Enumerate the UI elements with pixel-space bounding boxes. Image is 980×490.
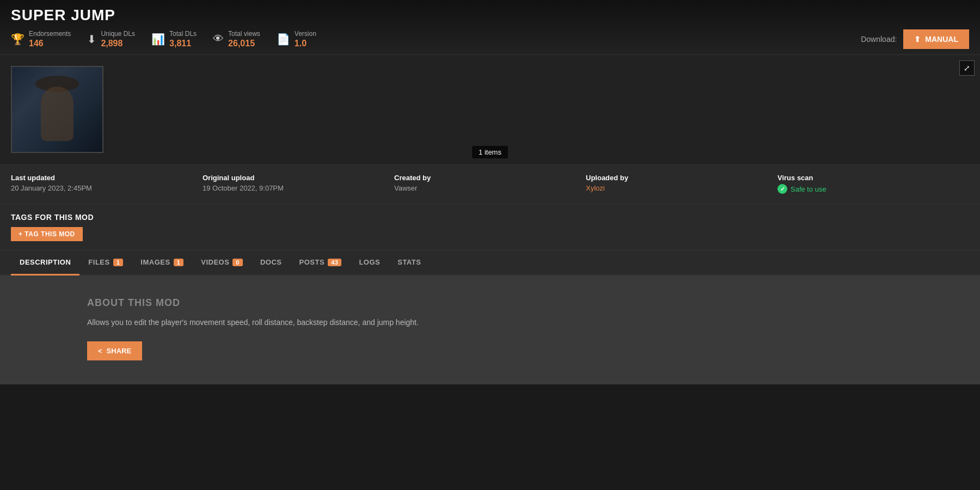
stats-bar: 🏆 Endorsements 146 ⬇ Unique DLs 2,898 📊 …	[11, 29, 969, 49]
tags-section: TAGS FOR THIS MOD + TAG THIS MOD	[0, 204, 980, 250]
total-dls-value: 3,811	[169, 38, 197, 48]
share-button[interactable]: < SHARE	[87, 341, 142, 360]
last-updated-value: 20 January 2023, 2:45PM	[11, 184, 192, 192]
tab-posts[interactable]: POSTS 43	[291, 250, 351, 275]
download-label: Download:	[861, 35, 897, 44]
uploaded-by-col: Uploaded by Xylozi	[586, 174, 777, 194]
gallery-thumbnail[interactable]	[11, 66, 103, 153]
tab-posts-label: POSTS	[299, 258, 325, 266]
expand-button[interactable]: ⤢	[959, 60, 975, 76]
meta-section: Last updated 20 January 2023, 2:45PM Ori…	[0, 164, 980, 204]
unique-dls-stat: ⬇ Unique DLs 2,898	[87, 30, 135, 48]
tab-videos-label: VIDEOS	[201, 258, 229, 266]
document-icon: 📄	[277, 33, 290, 46]
original-upload-value: 19 October 2022, 9:07PM	[203, 184, 383, 192]
version-label: Version	[295, 30, 316, 38]
virus-check: ✓ Safe to use	[777, 184, 958, 194]
tab-files-label: FILES	[88, 258, 109, 266]
download-area: Download: ⬆ MANUAL	[861, 29, 969, 49]
tab-images[interactable]: IMAGES 1	[132, 250, 192, 275]
bar-chart-icon: 📊	[151, 33, 165, 46]
unique-dls-label: Unique DLs	[101, 30, 135, 38]
total-views-stat: 👁 Total views 26,015	[213, 30, 260, 48]
endorsements-label: Endorsements	[29, 30, 71, 38]
tab-files-badge: 1	[113, 259, 124, 266]
virus-scan-value: Safe to use	[791, 185, 826, 193]
total-views-label: Total views	[228, 30, 260, 38]
virus-scan-col: Virus scan ✓ Safe to use	[777, 174, 969, 194]
unique-dls-value: 2,898	[101, 38, 135, 48]
tab-docs-label: DOCS	[260, 258, 282, 266]
uploaded-by-value[interactable]: Xylozi	[586, 184, 767, 192]
check-icon: ✓	[777, 184, 787, 194]
last-updated-label: Last updated	[11, 174, 192, 182]
tab-docs[interactable]: DOCS	[252, 250, 291, 275]
created-by-col: Created by Vawser	[394, 174, 586, 194]
items-indicator: 1 items	[472, 146, 508, 158]
download-icon: ⬇	[87, 33, 96, 46]
tab-files[interactable]: FILES 1	[79, 250, 132, 275]
gallery-thumbnails	[11, 66, 969, 153]
created-by-value: Vawser	[394, 184, 575, 192]
tab-description-label: DESCRIPTION	[20, 258, 71, 266]
tab-logs[interactable]: LOGS	[350, 250, 389, 275]
tabs-bar: DESCRIPTION FILES 1 IMAGES 1 VIDEOS 0 DO…	[0, 250, 980, 275]
version-stat: 📄 Version 1.0	[277, 30, 316, 48]
tab-posts-badge: 43	[328, 259, 341, 266]
thumbnail-image	[12, 67, 102, 152]
page-title: SUPER JUMP	[11, 7, 969, 24]
tab-stats[interactable]: STATS	[389, 250, 430, 275]
trophy-icon: 🏆	[11, 33, 24, 46]
original-upload-col: Original upload 19 October 2022, 9:07PM	[203, 174, 394, 194]
virus-scan-label: Virus scan	[777, 174, 958, 182]
original-upload-label: Original upload	[203, 174, 383, 182]
uploaded-by-label: Uploaded by	[586, 174, 767, 182]
version-value: 1.0	[295, 38, 316, 48]
gallery-section: ⤢ 1 items	[0, 55, 980, 164]
total-dls-label: Total DLs	[169, 30, 197, 38]
about-heading: ABOUT THIS MOD	[87, 297, 893, 309]
share-button-label: SHARE	[107, 347, 132, 355]
created-by-label: Created by	[394, 174, 575, 182]
tab-logs-label: LOGS	[359, 258, 380, 266]
tab-videos-badge: 0	[232, 259, 243, 266]
total-views-value: 26,015	[228, 38, 260, 48]
manual-download-button[interactable]: ⬆ MANUAL	[903, 29, 969, 49]
tab-images-badge: 1	[174, 259, 184, 266]
endorsements-stat: 🏆 Endorsements 146	[11, 30, 71, 48]
header: SUPER JUMP 🏆 Endorsements 146 ⬇ Unique D…	[0, 0, 980, 55]
about-text: Allows you to edit the player's movement…	[87, 316, 893, 328]
eye-icon: 👁	[213, 33, 224, 45]
download-arrow-icon: ⬆	[914, 35, 921, 44]
add-tag-button[interactable]: + TAG THIS MOD	[11, 227, 83, 241]
tags-heading: TAGS FOR THIS MOD	[11, 213, 969, 222]
tab-description[interactable]: DESCRIPTION	[11, 250, 79, 275]
content-area: ABOUT THIS MOD Allows you to edit the pl…	[0, 275, 980, 384]
endorsements-value: 146	[29, 38, 71, 48]
download-button-label: MANUAL	[925, 35, 958, 44]
tab-images-label: IMAGES	[140, 258, 170, 266]
last-updated-col: Last updated 20 January 2023, 2:45PM	[11, 174, 203, 194]
tab-stats-label: STATS	[397, 258, 421, 266]
tab-videos[interactable]: VIDEOS 0	[192, 250, 252, 275]
total-dls-stat: 📊 Total DLs 3,811	[151, 30, 197, 48]
share-icon: <	[98, 347, 102, 355]
